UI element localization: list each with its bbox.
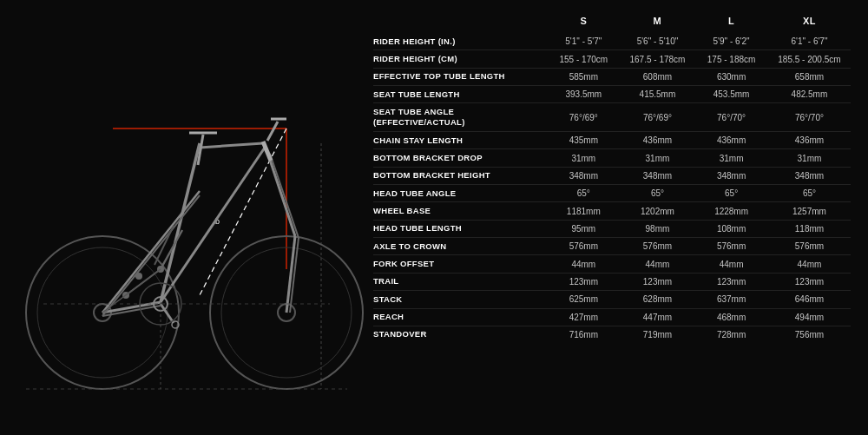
row-value: 435mm (547, 132, 621, 149)
row-label: RIDER HEIGHT (cm) (373, 50, 547, 68)
svg-point-34 (135, 273, 142, 280)
row-value: 76°/69° (621, 103, 695, 132)
row-label: EFFECTIVE TOP TUBE LENGTH (373, 68, 547, 85)
specs-panel: S M L XL RIDER HEIGHT (In.)5'1" - 5'7"5'… (365, 0, 868, 435)
row-value: 1228mm (694, 202, 768, 220)
row-value: 494mm (768, 308, 851, 326)
row-value: 576mm (621, 238, 695, 255)
row-value: 585mm (547, 68, 621, 85)
row-value: 576mm (768, 238, 851, 255)
row-value: 630mm (694, 68, 768, 85)
row-value: 76°/70° (768, 103, 851, 132)
col-header-s: S (547, 16, 621, 33)
row-label: CHAIN STAY LENGTH (373, 132, 547, 149)
row-value: 65° (768, 185, 851, 202)
table-row: CHAIN STAY LENGTH435mm436mm436mm436mm (373, 132, 851, 149)
row-label: SEAT TUBE ANGLE(EFFECTIVE/ACTUAL) (373, 103, 547, 132)
table-row: SEAT TUBE LENGTH393.5mm415.5mm453.5mm482… (373, 86, 851, 103)
row-value: 31mm (621, 149, 695, 167)
row-label: TRAIL (373, 273, 547, 290)
col-header-xl: XL (768, 16, 851, 33)
row-value: 123mm (768, 273, 851, 290)
row-value: 436mm (768, 132, 851, 149)
row-value: 123mm (547, 273, 621, 290)
row-value: 348mm (621, 167, 695, 184)
row-value: 625mm (547, 291, 621, 308)
table-row: RIDER HEIGHT (cm)155 - 170cm167.5 - 178c… (373, 50, 851, 68)
row-label: STACK (373, 291, 547, 308)
row-value: 123mm (621, 273, 695, 290)
row-label: REACH (373, 308, 547, 326)
table-row: FORK OFFSET44mm44mm44mm44mm (373, 255, 851, 273)
row-label: SEAT TUBE LENGTH (373, 86, 547, 103)
table-row: BOTTOM BRACKET DROP31mm31mm31mm31mm (373, 149, 851, 167)
row-value: 646mm (768, 291, 851, 308)
row-value: 637mm (694, 291, 768, 308)
page-container: b (0, 0, 868, 435)
row-value: 31mm (768, 149, 851, 167)
table-row: TRAIL123mm123mm123mm123mm (373, 273, 851, 290)
table-row: STANDOVER716mm719mm728mm756mm (373, 326, 851, 343)
table-row: EFFECTIVE TOP TUBE LENGTH585mm608mm630mm… (373, 68, 851, 85)
col-header-label (373, 16, 547, 33)
row-value: 65° (547, 185, 621, 202)
row-value: 719mm (621, 326, 695, 343)
row-value: 5'9" - 6'2" (694, 33, 768, 50)
table-row: REACH427mm447mm468mm494mm (373, 308, 851, 326)
row-value: 65° (694, 185, 768, 202)
row-value: 95mm (547, 220, 621, 237)
table-row: SEAT TUBE ANGLE(EFFECTIVE/ACTUAL)76°/69°… (373, 103, 851, 132)
row-value: 628mm (621, 291, 695, 308)
row-value: 76°/69° (547, 103, 621, 132)
row-value: 393.5mm (547, 86, 621, 103)
row-value: 576mm (547, 238, 621, 255)
row-value: 118mm (768, 220, 851, 237)
table-row: BOTTOM BRACKET HEIGHT348mm348mm348mm348m… (373, 167, 851, 184)
row-value: 5'1" - 5'7" (547, 33, 621, 50)
row-value: 44mm (768, 255, 851, 273)
row-label: RIDER HEIGHT (In.) (373, 33, 547, 50)
row-label: WHEEL BASE (373, 202, 547, 220)
row-value: 436mm (694, 132, 768, 149)
row-value: 436mm (621, 132, 695, 149)
row-value: 65° (621, 185, 695, 202)
row-value: 756mm (768, 326, 851, 343)
row-value: 482.5mm (768, 86, 851, 103)
row-value: 44mm (621, 255, 695, 273)
row-label: AXLE TO CROWN (373, 238, 547, 255)
col-header-m: M (621, 16, 695, 33)
row-value: 185.5 - 200.5cm (768, 50, 851, 68)
row-label: STANDOVER (373, 326, 547, 343)
table-row: HEAD TUBE LENGTH95mm98mm108mm118mm (373, 220, 851, 237)
row-value: 1181mm (547, 202, 621, 220)
row-value: 167.5 - 178cm (621, 50, 695, 68)
row-value: 44mm (547, 255, 621, 273)
table-row: WHEEL BASE1181mm1202mm1228mm1257mm (373, 202, 851, 220)
row-label: HEAD TUBE ANGLE (373, 185, 547, 202)
col-header-l: L (694, 16, 768, 33)
row-label: BOTTOM BRACKET HEIGHT (373, 167, 547, 184)
row-value: 427mm (547, 308, 621, 326)
row-value: 98mm (621, 220, 695, 237)
bike-diagram: b (0, 0, 365, 435)
row-value: 31mm (547, 149, 621, 167)
row-value: 44mm (694, 255, 768, 273)
table-row: AXLE TO CROWN576mm576mm576mm576mm (373, 238, 851, 255)
table-row: RIDER HEIGHT (In.)5'1" - 5'7"5'6" - 5'10… (373, 33, 851, 50)
row-value: 1257mm (768, 202, 851, 220)
table-row: STACK625mm628mm637mm646mm (373, 291, 851, 308)
row-value: 108mm (694, 220, 768, 237)
row-value: 5'6" - 5'10" (621, 33, 695, 50)
row-value: 658mm (768, 68, 851, 85)
row-label: BOTTOM BRACKET DROP (373, 149, 547, 167)
row-value: 76°/70° (694, 103, 768, 132)
row-value: 348mm (547, 167, 621, 184)
row-value: 155 - 170cm (547, 50, 621, 68)
row-value: 1202mm (621, 202, 695, 220)
row-value: 348mm (768, 167, 851, 184)
row-label: HEAD TUBE LENGTH (373, 220, 547, 237)
row-value: 123mm (694, 273, 768, 290)
row-label: FORK OFFSET (373, 255, 547, 273)
row-value: 728mm (694, 326, 768, 343)
table-row: HEAD TUBE ANGLE65°65°65°65° (373, 185, 851, 202)
